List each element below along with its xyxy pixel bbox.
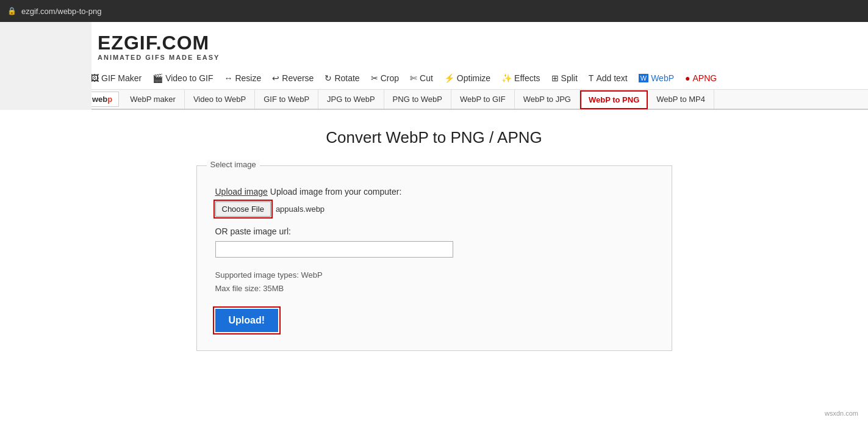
nav-item-optimize[interactable]: ⚡Optimize	[439, 71, 495, 85]
nav-item-add-text[interactable]: TAdd text	[584, 71, 633, 85]
nav-item-crop[interactable]: ✂Crop	[366, 71, 404, 85]
nav-item-effects[interactable]: ✨Effects	[497, 71, 545, 85]
logo[interactable]: EZGIF.COM	[98, 33, 868, 52]
cut-icon: ✄	[410, 73, 417, 83]
split-icon: ⊞	[551, 73, 559, 83]
logo-tagline: ANIMATED GIFS MADE EASY	[98, 54, 868, 61]
webp-icon: W	[639, 74, 648, 82]
sub-nav-png-to-webp[interactable]: PNG to WebP	[384, 90, 451, 109]
upload-label: Upload image Upload image from your comp…	[215, 187, 653, 197]
choose-file-button[interactable]: Choose File	[215, 201, 271, 217]
upload-button[interactable]: Upload!	[215, 309, 279, 332]
sub-nav-webp-to-png[interactable]: WebP to PNG	[580, 90, 648, 109]
url-bar[interactable]: ezgif.com/webp-to-png	[21, 7, 102, 16]
page-title: Convert WebP to PNG / APNG	[85, 128, 783, 147]
reverse-icon: ↩	[272, 73, 279, 83]
file-input-row: Choose File appuals.webp	[215, 201, 653, 217]
sub-nav-webp-to-mp4[interactable]: WebP to MP4	[648, 90, 714, 109]
main-nav: 🖼GIF Maker 🎬Video to GIF ↔Resize ↩Revers…	[0, 67, 868, 90]
video-to-gif-icon: 🎬	[152, 73, 163, 83]
nav-item-apng[interactable]: ●APNG	[680, 71, 722, 85]
apng-icon: ●	[685, 73, 690, 83]
nav-item-reverse[interactable]: ↩Reverse	[267, 71, 318, 85]
nav-item-webp[interactable]: WWebP	[634, 71, 679, 85]
logo-text-com: .COM	[156, 32, 210, 54]
nav-item-video-to-gif[interactable]: 🎬Video to GIF	[148, 71, 218, 85]
or-paste-label: OR paste image url:	[215, 226, 653, 236]
url-input[interactable]	[215, 241, 453, 258]
sub-nav-webp-to-gif[interactable]: WebP to GIF	[451, 90, 515, 109]
footer-watermark: wsxdn.com	[822, 408, 861, 418]
page-wrapper: EZGIF.COM ANIMATED GIFS MADE EASY 🖼GIF M…	[0, 22, 868, 423]
supported-types: Supported image types: WebP Max file siz…	[215, 269, 653, 295]
rotate-icon: ↻	[325, 73, 332, 83]
upload-box-legend: Select image	[207, 160, 260, 169]
nav-item-gif-maker[interactable]: 🖼GIF Maker	[85, 71, 146, 85]
upload-row: Upload image Upload image from your comp…	[215, 187, 653, 217]
add-text-icon: T	[589, 73, 594, 83]
nav-item-resize[interactable]: ↔Resize	[219, 71, 266, 85]
sub-nav-gif-to-webp[interactable]: GIF to WebP	[255, 90, 318, 109]
sub-nav-webp-to-jpg[interactable]: WebP to JPG	[515, 90, 580, 109]
optimize-icon: ⚡	[444, 73, 454, 83]
upload-btn-row: Upload!	[215, 309, 653, 332]
gif-maker-icon: 🖼	[90, 73, 99, 83]
browser-bar: 🔒 ezgif.com/webp-to-png	[0, 0, 868, 22]
nav-item-cut[interactable]: ✄Cut	[405, 71, 438, 85]
nav-item-split[interactable]: ⊞Split	[547, 71, 583, 85]
nav-item-rotate[interactable]: ↻Rotate	[320, 71, 364, 85]
sub-nav: webp WebP maker Video to WebP GIF to Web…	[0, 90, 868, 110]
file-name-display: appuals.webp	[276, 204, 325, 214]
sub-nav-jpg-to-webp[interactable]: JPG to WebP	[318, 90, 384, 109]
effects-icon: ✨	[501, 73, 512, 83]
sub-nav-video-to-webp[interactable]: Video to WebP	[185, 90, 255, 109]
lock-icon: 🔒	[7, 7, 16, 15]
sub-nav-webp-maker[interactable]: WebP maker	[121, 90, 185, 109]
resize-icon: ↔	[224, 73, 232, 83]
header: EZGIF.COM ANIMATED GIFS MADE EASY	[0, 22, 868, 67]
main-content: Convert WebP to PNG / APNG Select image …	[0, 110, 868, 423]
logo-text-ez: EZGIF	[98, 32, 156, 54]
upload-box: Select image Upload image Upload image f…	[196, 165, 672, 351]
crop-icon: ✂	[371, 73, 378, 83]
